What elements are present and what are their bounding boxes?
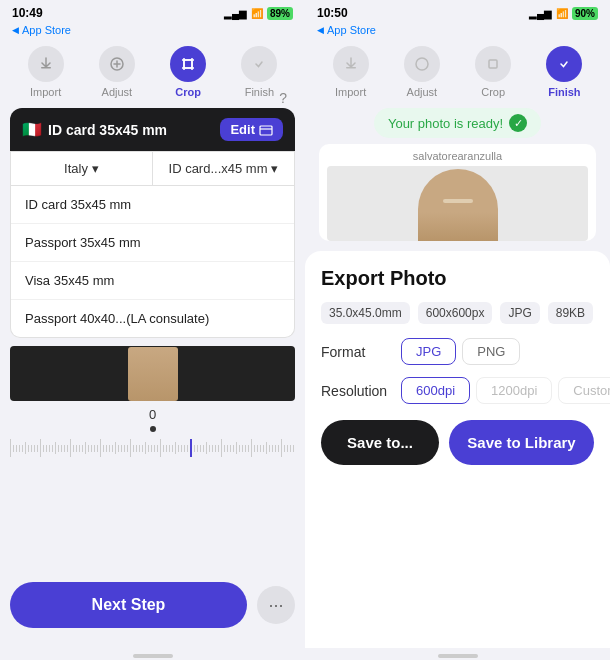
slider-tick <box>49 445 50 452</box>
format-jpg-button[interactable]: JPG <box>401 338 456 365</box>
slider-tick <box>236 442 237 454</box>
slider-tick <box>31 445 32 452</box>
slider-tick <box>293 445 294 452</box>
ready-badge: Your photo is ready! ✓ <box>374 108 541 138</box>
meta-filesize: 89KB <box>548 302 593 324</box>
res-custom-button[interactable]: Custom <box>558 377 610 404</box>
slider-tick <box>281 439 282 457</box>
slider-tick <box>106 445 107 452</box>
save-to-button[interactable]: Save to... <box>321 420 439 465</box>
help-icon[interactable]: ? <box>279 90 287 106</box>
slider-tick <box>10 439 11 457</box>
slider-tick <box>287 445 288 452</box>
resolution-options: 600dpi 1200dpi Custom <box>401 377 610 404</box>
photo-username: salvatorearanzulla <box>327 150 588 162</box>
step-adjust-right[interactable]: Adjust <box>386 46 457 98</box>
slider-tick <box>239 445 240 452</box>
slider-tick <box>34 445 35 452</box>
left-main-content: ? 🇮🇹 ID card 35x45 mm Edit Italy ▾ <box>0 102 305 572</box>
slider-tick <box>67 445 68 452</box>
step-label-adjust-right: Adjust <box>407 86 438 98</box>
slider-track[interactable]: // Generate ticks inline <box>10 436 295 460</box>
slider-tick <box>148 445 149 452</box>
slider-tick <box>260 445 261 452</box>
svg-point-10 <box>416 58 428 70</box>
slider-tick <box>40 439 41 457</box>
step-import-right[interactable]: Import <box>315 46 386 98</box>
dropdown-item-1[interactable]: Passport 35x45 mm <box>11 224 294 262</box>
export-title: Export Photo <box>321 267 594 290</box>
step-import-left[interactable]: Import <box>10 46 81 98</box>
step-adjust-left[interactable]: Adjust <box>81 46 152 98</box>
slider-tick <box>157 445 158 452</box>
right-panel: 10:50 ▂▄▆ 📶 90% App Store Import Adjust … <box>305 0 610 660</box>
back-link-right[interactable]: App Store <box>305 24 610 40</box>
slider-dot <box>150 426 156 432</box>
step-label-import-left: Import <box>30 86 61 98</box>
slider-tick <box>25 442 26 454</box>
save-library-button[interactable]: Save to Library <box>449 420 594 465</box>
step-label-import-right: Import <box>335 86 366 98</box>
slider-tick <box>91 445 92 452</box>
slider-tick <box>100 439 101 457</box>
back-link-left[interactable]: App Store <box>0 24 305 40</box>
step-circle-adjust-r <box>404 46 440 82</box>
slider-tick <box>82 445 83 452</box>
slider-tick <box>154 445 155 452</box>
slider-tick <box>136 445 137 452</box>
slider-tick <box>13 445 14 452</box>
step-crop-right[interactable]: Crop <box>458 46 529 98</box>
slider-tick <box>218 445 219 452</box>
slider-tick <box>52 445 53 452</box>
more-button[interactable]: ··· <box>257 586 295 624</box>
step-crop-left[interactable]: Crop <box>153 46 224 98</box>
slider-tick <box>248 445 249 452</box>
slider-tick <box>227 445 228 452</box>
dropdown-item-2[interactable]: Visa 35x45 mm <box>11 262 294 300</box>
preview-strip <box>10 346 295 401</box>
slider-section: 0 // Generate ticks inline <box>10 407 295 460</box>
slider-tick <box>275 445 276 452</box>
slider-value: 0 <box>149 407 156 422</box>
dropdown-item-3[interactable]: Passport 40x40...(LA consulate) <box>11 300 294 337</box>
format-options: JPG PNG <box>401 338 520 365</box>
res-1200-button[interactable]: 1200dpi <box>476 377 552 404</box>
slider-tick <box>76 445 77 452</box>
slider-tick <box>73 445 74 452</box>
step-circle-finish-left <box>241 46 277 82</box>
slider-tick <box>254 445 255 452</box>
time-left: 10:49 <box>12 6 43 20</box>
slider-tick <box>230 445 231 452</box>
meta-px: 600x600px <box>418 302 493 324</box>
meta-size: 35.0x45.0mm <box>321 302 410 324</box>
slider-tick <box>175 442 176 454</box>
slider-tick <box>200 445 201 452</box>
slider-tick <box>22 445 23 452</box>
svg-rect-11 <box>489 60 497 68</box>
slider-tick <box>118 445 119 452</box>
meta-format: JPG <box>500 302 539 324</box>
country-selector[interactable]: Italy ▾ <box>11 152 153 185</box>
step-label-finish-left: Finish <box>245 86 274 98</box>
card-selectors: Italy ▾ ID card...x45 mm ▾ <box>10 151 295 186</box>
slider-tick <box>94 445 95 452</box>
step-finish-right[interactable]: Finish <box>529 46 600 98</box>
dropdown-item-0[interactable]: ID card 35x45 mm <box>11 186 294 224</box>
format-png-button[interactable]: PNG <box>462 338 520 365</box>
edit-button[interactable]: Edit <box>220 118 283 141</box>
photo-head <box>418 169 498 241</box>
slider-tick <box>46 445 47 452</box>
slider-tick <box>85 442 86 454</box>
photo-image <box>327 166 588 241</box>
slider-tick <box>19 445 20 452</box>
photo-preview-area: Your photo is ready! ✓ salvatorearanzull… <box>305 102 610 247</box>
slider-tick <box>55 442 56 454</box>
next-step-button[interactable]: Next Step <box>10 582 247 628</box>
slider-tick <box>109 445 110 452</box>
slider-tick <box>209 445 210 452</box>
res-600-button[interactable]: 600dpi <box>401 377 470 404</box>
resolution-label: Resolution <box>321 383 401 399</box>
slider-tick <box>172 445 173 452</box>
size-selector[interactable]: ID card...x45 mm ▾ <box>153 152 294 185</box>
slider-tick <box>16 445 17 452</box>
